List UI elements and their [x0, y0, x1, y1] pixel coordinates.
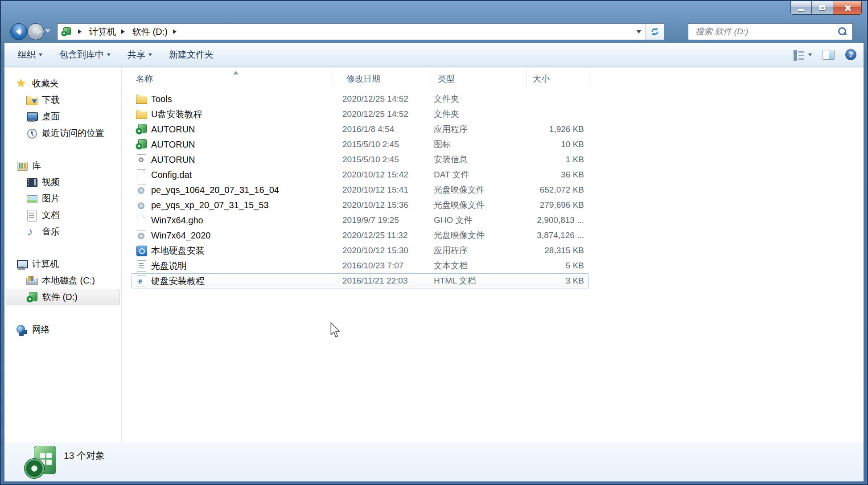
file-size: 3,874,126 ...: [529, 230, 589, 240]
sidebar-item-disk-d[interactable]: 软件 (D:): [6, 289, 120, 305]
sidebar-item-label: 本地磁盘 (C:): [42, 275, 95, 287]
file-date: 2020/10/12 15:41: [342, 185, 434, 195]
share-menu-button[interactable]: 共享: [128, 49, 152, 61]
column-header-name[interactable]: 名称: [136, 73, 153, 85]
sidebar-item-desktop[interactable]: 桌面: [4, 108, 121, 125]
disk-c-icon: [26, 275, 37, 287]
views-icon: [793, 49, 805, 60]
breadcrumb-computer[interactable]: 计算机: [87, 26, 118, 38]
file-row[interactable]: 硬盘安装教程2016/11/21 22:03HTML 文档3 KB: [132, 273, 589, 288]
column-header-date[interactable]: 修改日期: [346, 73, 380, 85]
sidebar-item-recent-places[interactable]: 最近访问的位置: [4, 125, 121, 141]
file-size: 3 KB: [529, 276, 589, 286]
file-name-cell: pe_yqs_1064_20_07_31_16_04: [132, 184, 342, 196]
document-icon: [26, 210, 37, 221]
breadcrumb-separator-icon: [121, 29, 127, 34]
help-button[interactable]: ?: [845, 49, 856, 60]
folder-down-icon: [26, 95, 37, 106]
file-type: 文件夹: [434, 108, 529, 120]
forward-arrow-icon: [37, 28, 45, 35]
file-row[interactable]: Config.dat2020/10/12 15:42DAT 文件36 KB: [132, 167, 589, 182]
column-divider[interactable]: [589, 69, 589, 87]
file-size: 36 KB: [529, 170, 589, 180]
breadcrumb-separator-icon: [78, 29, 84, 34]
video-icon: [26, 177, 37, 188]
file-row[interactable]: AUTORUN2015/5/10 2:45安装信息1 KB: [132, 152, 589, 167]
sidebar-item-downloads[interactable]: 下载: [4, 92, 121, 108]
file-row[interactable]: AUTORUN2016/1/8 4:54应用程序1,926 KB: [132, 122, 589, 137]
sidebar-item-label: 文档: [42, 209, 60, 221]
file-row[interactable]: Tools2020/12/25 14:52文件夹: [132, 91, 589, 107]
file-date: 2016/11/21 22:03: [342, 276, 434, 286]
sidebar-item-music[interactable]: 音乐: [4, 223, 121, 240]
file-row[interactable]: U盘安装教程2020/12/25 14:52文件夹: [132, 107, 589, 122]
file-type: HTML 文档: [434, 275, 529, 287]
minimize-button[interactable]: [790, 1, 812, 15]
file-date: 2016/10/23 7:07: [342, 261, 434, 271]
sidebar-item-computer[interactable]: 计算机: [4, 256, 121, 272]
column-divider[interactable]: [431, 69, 431, 87]
breadcrumb-separator-icon: [173, 29, 179, 34]
blank-icon: [136, 169, 147, 181]
column-header-type[interactable]: 类型: [438, 73, 455, 85]
refresh-button[interactable]: [646, 24, 664, 40]
sidebar-section-gap: [4, 141, 121, 157]
file-row[interactable]: pe_yqs_xp_20_07_31_15_532020/10/12 15:36…: [132, 197, 589, 213]
folder-icon: [136, 93, 147, 105]
column-header-size[interactable]: 大小: [533, 73, 550, 85]
sidebar-item-pictures[interactable]: 图片: [4, 190, 121, 207]
preview-pane-button[interactable]: [823, 50, 835, 60]
file-type: 安装信息: [434, 154, 529, 165]
sidebar-item-libraries[interactable]: 库: [4, 157, 121, 174]
maximize-button[interactable]: [812, 1, 833, 15]
chevron-down-icon: [808, 53, 812, 58]
new-folder-button[interactable]: 新建文件夹: [169, 49, 214, 61]
organize-menu-button[interactable]: 组织: [18, 49, 42, 61]
forward-button[interactable]: [27, 23, 44, 40]
refresh-icon: [650, 26, 660, 37]
file-type: 光盘映像文件: [434, 230, 529, 241]
file-size: 279,696 KB: [529, 200, 589, 210]
file-row[interactable]: 光盘说明2016/10/23 7:07文本文档5 KB: [132, 258, 589, 273]
file-name-cell: Win7x64.gho: [132, 214, 342, 226]
close-button[interactable]: [833, 1, 862, 15]
back-button[interactable]: [10, 23, 27, 40]
file-row[interactable]: 本地硬盘安装2020/10/12 15:30应用程序28,315 KB: [132, 243, 589, 258]
address-dropdown-button[interactable]: [632, 24, 646, 40]
recent-pages-chevron-icon[interactable]: [45, 29, 50, 35]
file-row[interactable]: pe_yqs_1064_20_07_31_16_042020/10/12 15:…: [132, 182, 589, 197]
file-list: Tools2020/12/25 14:52文件夹U盘安装教程2020/12/25…: [132, 91, 589, 288]
sidebar-item-documents[interactable]: 文档: [4, 207, 121, 223]
file-size: 10 KB: [529, 140, 589, 149]
app-green-icon: [136, 139, 147, 150]
file-name: AUTORUN: [151, 124, 195, 135]
sidebar-item-videos[interactable]: 视频: [4, 174, 121, 190]
include-in-library-menu-button[interactable]: 包含到库中: [59, 49, 111, 61]
file-type: GHO 文件: [434, 214, 529, 226]
file-date: 2015/5/10 2:45: [342, 140, 434, 149]
chevron-down-icon: [148, 53, 152, 58]
breadcrumb-drive-d[interactable]: 软件 (D:): [131, 26, 169, 38]
change-view-button[interactable]: [793, 49, 812, 60]
file-type: 文件夹: [434, 93, 529, 105]
sidebar-section-gap: [4, 305, 121, 321]
sidebar-item-disk-c[interactable]: 本地磁盘 (C:): [4, 272, 121, 289]
disk-d-icon: [26, 292, 38, 303]
address-bar[interactable]: 计算机 软件 (D:): [57, 23, 664, 40]
file-date: 2020/10/12 15:30: [342, 246, 434, 255]
file-name: pe_yqs_xp_20_07_31_15_53: [151, 200, 269, 210]
file-name-cell: AUTORUN: [132, 139, 342, 150]
sidebar-item-label: 软件 (D:): [42, 291, 78, 303]
column-divider[interactable]: [527, 69, 527, 87]
sidebar-item-favorites[interactable]: 收藏夹: [4, 75, 121, 92]
sidebar-item-network[interactable]: 网络: [4, 321, 121, 338]
search-input[interactable]: [688, 27, 836, 37]
column-divider[interactable]: [333, 69, 333, 87]
file-name: 光盘说明: [151, 260, 187, 272]
file-row[interactable]: Win7x64_20202020/12/25 11:32光盘映像文件3,874,…: [132, 228, 589, 243]
explorer-window: { "window": { "controls": { "minimize": …: [0, 0, 868, 485]
search-box[interactable]: [688, 23, 853, 40]
file-size: 28,315 KB: [529, 246, 589, 255]
file-row[interactable]: Win7x64.gho2019/9/7 19:25GHO 文件2,900,813…: [132, 213, 589, 228]
file-row[interactable]: AUTORUN2015/5/10 2:45图标10 KB: [132, 137, 589, 152]
